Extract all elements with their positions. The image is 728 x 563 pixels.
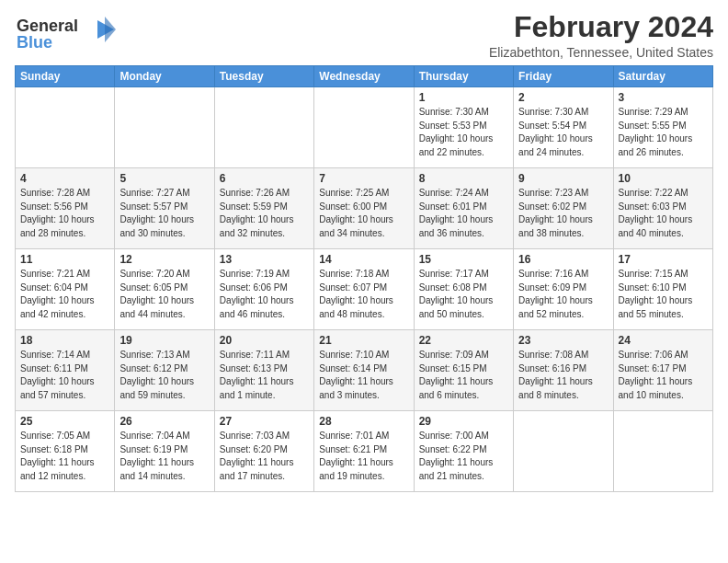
day-num-3-2: 20 bbox=[220, 334, 309, 347]
day-info-1-4: Sunrise: 7:24 AM Sunset: 6:01 PM Dayligh… bbox=[419, 187, 508, 240]
day-num-1-2: 6 bbox=[220, 172, 309, 185]
day-num-4-3: 28 bbox=[319, 415, 408, 428]
cell-4-5 bbox=[514, 411, 613, 492]
cell-3-4: 22Sunrise: 7:09 AM Sunset: 6:15 PM Dayli… bbox=[414, 330, 513, 411]
svg-text:General: General bbox=[17, 17, 78, 35]
header-monday: Monday bbox=[115, 66, 214, 87]
day-info-1-0: Sunrise: 7:28 AM Sunset: 5:56 PM Dayligh… bbox=[20, 187, 109, 240]
cell-1-5: 9Sunrise: 7:23 AM Sunset: 6:02 PM Daylig… bbox=[514, 168, 613, 249]
month-title: February 2024 bbox=[489, 11, 713, 43]
calendar-table: Sunday Monday Tuesday Wednesday Thursday… bbox=[15, 65, 713, 492]
day-info-3-2: Sunrise: 7:11 AM Sunset: 6:13 PM Dayligh… bbox=[220, 349, 309, 402]
location: Elizabethton, Tennessee, United States bbox=[489, 45, 713, 60]
day-num-2-6: 17 bbox=[619, 253, 708, 266]
day-num-3-1: 19 bbox=[119, 334, 209, 347]
week-row-4: 25Sunrise: 7:05 AM Sunset: 6:18 PM Dayli… bbox=[16, 411, 713, 492]
day-info-1-6: Sunrise: 7:22 AM Sunset: 6:03 PM Dayligh… bbox=[619, 187, 708, 240]
week-row-1: 4Sunrise: 7:28 AM Sunset: 5:56 PM Daylig… bbox=[16, 168, 713, 249]
day-num-1-6: 10 bbox=[619, 172, 708, 185]
day-num-2-5: 16 bbox=[518, 253, 608, 266]
day-info-0-6: Sunrise: 7:29 AM Sunset: 5:55 PM Dayligh… bbox=[619, 106, 708, 159]
cell-1-0: 4Sunrise: 7:28 AM Sunset: 5:56 PM Daylig… bbox=[16, 168, 115, 249]
day-info-2-5: Sunrise: 7:16 AM Sunset: 6:09 PM Dayligh… bbox=[518, 268, 608, 321]
logo: General Blue bbox=[15, 11, 116, 55]
calendar-header: Sunday Monday Tuesday Wednesday Thursday… bbox=[16, 66, 713, 87]
logo-icon: General Blue bbox=[15, 11, 116, 52]
day-num-2-2: 13 bbox=[220, 253, 309, 266]
day-info-4-3: Sunrise: 7:01 AM Sunset: 6:21 PM Dayligh… bbox=[319, 430, 408, 483]
day-info-4-4: Sunrise: 7:00 AM Sunset: 6:22 PM Dayligh… bbox=[419, 430, 508, 483]
day-num-0-6: 3 bbox=[619, 91, 708, 104]
cell-0-0 bbox=[16, 87, 115, 168]
cell-1-1: 5Sunrise: 7:27 AM Sunset: 5:57 PM Daylig… bbox=[115, 168, 214, 249]
day-num-1-1: 5 bbox=[119, 172, 209, 185]
header-sunday: Sunday bbox=[16, 66, 115, 87]
cell-0-2 bbox=[214, 87, 313, 168]
day-info-2-6: Sunrise: 7:15 AM Sunset: 6:10 PM Dayligh… bbox=[619, 268, 708, 321]
day-info-4-1: Sunrise: 7:04 AM Sunset: 6:19 PM Dayligh… bbox=[119, 430, 209, 483]
day-info-3-3: Sunrise: 7:10 AM Sunset: 6:14 PM Dayligh… bbox=[319, 349, 408, 402]
cell-0-4: 1Sunrise: 7:30 AM Sunset: 5:53 PM Daylig… bbox=[414, 87, 513, 168]
day-num-2-1: 12 bbox=[119, 253, 209, 266]
page-container: General Blue February 2024 Elizabethton,… bbox=[0, 0, 728, 500]
cell-0-3 bbox=[314, 87, 414, 168]
cell-4-6 bbox=[613, 411, 712, 492]
week-row-2: 11Sunrise: 7:21 AM Sunset: 6:04 PM Dayli… bbox=[16, 249, 713, 330]
calendar-body: 1Sunrise: 7:30 AM Sunset: 5:53 PM Daylig… bbox=[16, 87, 713, 492]
day-info-3-6: Sunrise: 7:06 AM Sunset: 6:17 PM Dayligh… bbox=[619, 349, 708, 402]
cell-1-3: 7Sunrise: 7:25 AM Sunset: 6:00 PM Daylig… bbox=[314, 168, 414, 249]
cell-3-6: 24Sunrise: 7:06 AM Sunset: 6:17 PM Dayli… bbox=[613, 330, 712, 411]
header: General Blue February 2024 Elizabethton,… bbox=[15, 11, 713, 60]
week-row-3: 18Sunrise: 7:14 AM Sunset: 6:11 PM Dayli… bbox=[16, 330, 713, 411]
day-num-3-5: 23 bbox=[518, 334, 608, 347]
cell-0-6: 3Sunrise: 7:29 AM Sunset: 5:55 PM Daylig… bbox=[613, 87, 712, 168]
cell-2-0: 11Sunrise: 7:21 AM Sunset: 6:04 PM Dayli… bbox=[16, 249, 115, 330]
cell-1-6: 10Sunrise: 7:22 AM Sunset: 6:03 PM Dayli… bbox=[613, 168, 712, 249]
cell-1-2: 6Sunrise: 7:26 AM Sunset: 5:59 PM Daylig… bbox=[214, 168, 313, 249]
cell-0-1 bbox=[115, 87, 214, 168]
cell-0-5: 2Sunrise: 7:30 AM Sunset: 5:54 PM Daylig… bbox=[514, 87, 613, 168]
day-num-3-3: 21 bbox=[319, 334, 408, 347]
cell-2-3: 14Sunrise: 7:18 AM Sunset: 6:07 PM Dayli… bbox=[314, 249, 414, 330]
day-info-0-4: Sunrise: 7:30 AM Sunset: 5:53 PM Dayligh… bbox=[419, 106, 508, 159]
day-num-3-0: 18 bbox=[20, 334, 109, 347]
cell-4-2: 27Sunrise: 7:03 AM Sunset: 6:20 PM Dayli… bbox=[214, 411, 313, 492]
cell-2-6: 17Sunrise: 7:15 AM Sunset: 6:10 PM Dayli… bbox=[613, 249, 712, 330]
cell-2-2: 13Sunrise: 7:19 AM Sunset: 6:06 PM Dayli… bbox=[214, 249, 313, 330]
day-info-3-1: Sunrise: 7:13 AM Sunset: 6:12 PM Dayligh… bbox=[119, 349, 209, 402]
day-num-0-4: 1 bbox=[419, 91, 508, 104]
day-num-4-0: 25 bbox=[20, 415, 109, 428]
day-info-4-2: Sunrise: 7:03 AM Sunset: 6:20 PM Dayligh… bbox=[220, 430, 309, 483]
week-row-0: 1Sunrise: 7:30 AM Sunset: 5:53 PM Daylig… bbox=[16, 87, 713, 168]
day-info-3-0: Sunrise: 7:14 AM Sunset: 6:11 PM Dayligh… bbox=[20, 349, 109, 402]
day-info-3-5: Sunrise: 7:08 AM Sunset: 6:16 PM Dayligh… bbox=[518, 349, 608, 402]
cell-4-0: 25Sunrise: 7:05 AM Sunset: 6:18 PM Dayli… bbox=[16, 411, 115, 492]
day-info-1-1: Sunrise: 7:27 AM Sunset: 5:57 PM Dayligh… bbox=[119, 187, 209, 240]
cell-2-4: 15Sunrise: 7:17 AM Sunset: 6:08 PM Dayli… bbox=[414, 249, 513, 330]
day-num-4-2: 27 bbox=[220, 415, 309, 428]
day-info-1-2: Sunrise: 7:26 AM Sunset: 5:59 PM Dayligh… bbox=[220, 187, 309, 240]
day-num-2-4: 15 bbox=[419, 253, 508, 266]
day-info-4-0: Sunrise: 7:05 AM Sunset: 6:18 PM Dayligh… bbox=[20, 430, 109, 483]
cell-3-0: 18Sunrise: 7:14 AM Sunset: 6:11 PM Dayli… bbox=[16, 330, 115, 411]
day-num-2-0: 11 bbox=[20, 253, 109, 266]
svg-marker-3 bbox=[105, 17, 116, 42]
day-num-4-1: 26 bbox=[119, 415, 209, 428]
cell-3-3: 21Sunrise: 7:10 AM Sunset: 6:14 PM Dayli… bbox=[314, 330, 414, 411]
day-info-1-5: Sunrise: 7:23 AM Sunset: 6:02 PM Dayligh… bbox=[518, 187, 608, 240]
cell-2-1: 12Sunrise: 7:20 AM Sunset: 6:05 PM Dayli… bbox=[115, 249, 214, 330]
header-wednesday: Wednesday bbox=[314, 66, 414, 87]
cell-4-1: 26Sunrise: 7:04 AM Sunset: 6:19 PM Dayli… bbox=[115, 411, 214, 492]
day-info-0-5: Sunrise: 7:30 AM Sunset: 5:54 PM Dayligh… bbox=[518, 106, 608, 159]
day-num-1-5: 9 bbox=[518, 172, 608, 185]
cell-4-3: 28Sunrise: 7:01 AM Sunset: 6:21 PM Dayli… bbox=[314, 411, 414, 492]
day-num-1-3: 7 bbox=[319, 172, 408, 185]
day-num-1-0: 4 bbox=[20, 172, 109, 185]
day-info-2-1: Sunrise: 7:20 AM Sunset: 6:05 PM Dayligh… bbox=[119, 268, 209, 321]
day-num-4-4: 29 bbox=[419, 415, 508, 428]
day-num-1-4: 8 bbox=[419, 172, 508, 185]
header-tuesday: Tuesday bbox=[214, 66, 313, 87]
cell-2-5: 16Sunrise: 7:16 AM Sunset: 6:09 PM Dayli… bbox=[514, 249, 613, 330]
cell-3-2: 20Sunrise: 7:11 AM Sunset: 6:13 PM Dayli… bbox=[214, 330, 313, 411]
day-info-2-3: Sunrise: 7:18 AM Sunset: 6:07 PM Dayligh… bbox=[319, 268, 408, 321]
